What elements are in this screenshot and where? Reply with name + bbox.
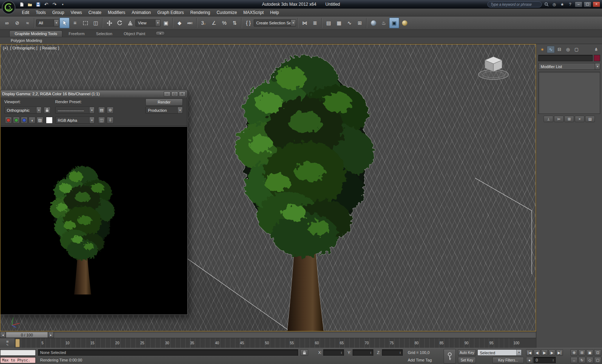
timeline-ruler-ticks[interactable]: 0510152025303540455055606570758085909510… [16,338,517,348]
bind-to-space-warp-button[interactable]: ≈ [23,18,33,28]
edit-named-selection-sets-button[interactable]: { } [243,18,253,28]
go-to-start-button[interactable]: |◀ [526,349,533,356]
save-file-button[interactable] [34,1,42,8]
time-slider-track[interactable] [54,332,536,338]
graphite-ribbon-toggle-button[interactable]: ▦ [334,18,344,28]
current-frame-marker[interactable] [15,339,20,347]
viewport-pov-menu[interactable]: [ Orthographic ] [10,46,38,50]
menu-item-modifiers[interactable]: Modifiers [105,9,129,16]
maximize-window-button[interactable]: ▢ [584,1,591,7]
favorites-button[interactable]: ★ [559,1,565,7]
maximize-viewport-toggle[interactable]: ▢ [594,357,601,363]
viewcube[interactable] [475,54,512,84]
material-editor-button[interactable] [368,18,378,28]
minimize-window-button[interactable]: – [575,1,582,7]
tab-modify[interactable]: ∿ [547,46,555,53]
red-channel-button[interactable] [5,117,12,124]
menu-item-create[interactable]: Create [85,9,105,16]
key-mode-toggle-button[interactable]: ● [526,357,533,363]
field-of-view-button[interactable]: ◇ [586,357,593,363]
snap-toggle-button[interactable]: 3∩ [199,18,209,28]
tab-display[interactable]: ▢ [573,46,580,53]
render-setup-button[interactable]: ♨ [379,18,389,28]
window-crossing-toggle-button[interactable]: ◫ [91,18,101,28]
redo-button[interactable]: ↷ [51,1,58,8]
current-frame-field[interactable]: 0▴▾ [534,357,556,363]
select-by-name-button[interactable]: ≡ [70,18,80,28]
rfw-preset-combo[interactable]: -------------------- ▼ [55,107,95,114]
zoom-all-button[interactable]: ⊞ [578,349,586,356]
show-end-result-button[interactable]: ⊨ [554,116,564,122]
render-button[interactable]: Render [145,99,183,106]
named-selection-sets-combo[interactable]: Create Selection Se ▼ [254,19,296,27]
help-button[interactable]: ? [567,1,573,7]
selection-filter-combo[interactable]: All ▼ [36,19,59,27]
rfw-lock-viewport-button[interactable] [44,107,51,114]
menu-item-views[interactable]: Views [67,9,85,16]
zoom-button[interactable]: ⊕ [570,349,578,356]
tab-selection[interactable]: Selection [91,30,118,37]
spinner-icon[interactable]: ▴▾ [341,351,342,354]
zoom-extents-button[interactable]: ▣ [586,349,593,356]
key-mode-combo[interactable]: Selected ▼ [477,349,522,356]
angle-snap-button[interactable]: ∠ [209,18,219,28]
make-unique-button[interactable]: ⊞ [564,116,574,122]
maxscript-mini-listener[interactable]: Max to Physc. [0,357,36,363]
select-object-button[interactable] [59,18,70,28]
polygon-modeling-panel-label[interactable]: Polygon Modeling [11,38,42,43]
select-and-scale-button[interactable] [125,18,135,28]
curve-editor-button[interactable]: ∿ [344,18,354,28]
workspace-dropdown-button[interactable]: ▾ [59,1,66,8]
rfw-render-setup-button[interactable]: ▤ [98,107,105,114]
viewport-general-menu[interactable]: [+] [3,46,8,50]
key-filters-button[interactable]: Key Filters... [492,357,524,363]
infocenter-search-input[interactable] [487,1,542,8]
open-mini-curve-editor-button[interactable]: ⊞ ∿ [0,338,15,348]
rfw-minimize-button[interactable]: – [164,91,171,97]
menu-item-tools[interactable]: Tools [33,9,49,16]
time-slider-handle[interactable]: 0 / 100 [6,332,48,338]
rfw-maximize-button[interactable]: ▢ [171,91,178,97]
menu-item-group[interactable]: Group [49,9,67,16]
tab-freeform[interactable]: Freeform [63,30,90,37]
tab-object-paint[interactable]: Object Paint [118,30,150,37]
menu-item-help[interactable]: Help [267,9,282,16]
x-coordinate-field[interactable]: ▴▾ [323,349,344,356]
tree-model[interactable] [219,45,391,331]
pin-stack-button[interactable]: ⊥ [544,116,553,122]
unlink-selection-button[interactable]: ⊘ [12,18,22,28]
use-center-button[interactable]: ▣ [161,18,171,28]
close-window-button[interactable]: × [593,1,600,7]
zoom-extents-all-button[interactable]: ⊡ [594,349,601,356]
previous-frame-button[interactable]: ◀ [534,349,540,356]
menu-item-graph-editors[interactable]: Graph Editors [154,9,187,16]
tab-graphite-modeling-tools[interactable]: Graphite Modeling Tools [9,30,62,37]
remove-modifier-button[interactable]: × [575,116,584,122]
selection-lock-toggle[interactable] [300,349,308,356]
menu-item-animation[interactable]: Animation [129,9,154,16]
blue-channel-button[interactable] [21,117,28,124]
open-file-button[interactable] [26,1,33,8]
modifier-list-combo[interactable]: Modifier List ▼ [538,63,600,70]
schematic-view-button[interactable]: ⊞ [355,18,365,28]
tab-create[interactable]: ∗ [538,46,546,53]
maxscript-listener-white-pane[interactable] [0,349,36,356]
y-coordinate-field[interactable]: ▴▾ [353,349,373,356]
rendered-frame-window[interactable]: Display Gamma: 2,2, RGBA Color 16 Bits/C… [0,90,187,315]
tab-utilities[interactable]: ⋔ [592,46,600,53]
select-and-move-button[interactable] [104,18,114,28]
menu-item-edit[interactable]: Edit [19,9,33,16]
save-image-button[interactable]: ⇩ [107,117,114,124]
z-coordinate-field[interactable]: ▴▾ [382,349,403,356]
spinner-icon[interactable]: ▴▾ [553,359,554,361]
set-keys-button[interactable] [444,349,456,364]
add-time-tag[interactable]: Add Time Tag [408,358,432,362]
time-slider-next-button[interactable]: ▸ [48,332,54,338]
object-color-swatch[interactable] [594,55,600,61]
object-name-field[interactable] [538,55,593,61]
render-production-button[interactable] [400,18,410,28]
viewport[interactable]: [+] [ Orthographic ] [ Realistic ] [0,44,536,331]
next-frame-button[interactable]: ▶ [549,349,555,356]
application-menu-button[interactable] [1,0,16,15]
time-slider-prev-button[interactable]: ◂ [0,332,6,338]
